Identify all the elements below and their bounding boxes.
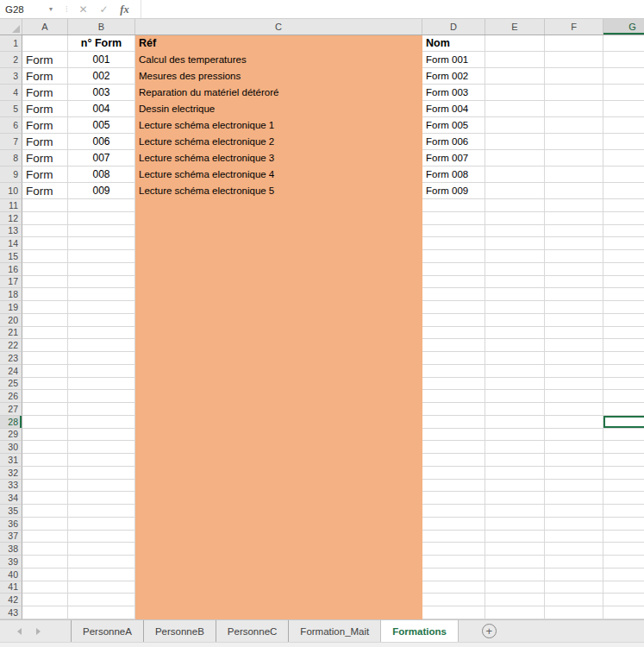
cell-F4[interactable]: [545, 85, 603, 101]
cell-A37[interactable]: [22, 531, 68, 543]
sheet-tab-formations[interactable]: Formations: [380, 620, 459, 642]
cell-F19[interactable]: [545, 301, 603, 314]
cell-E6[interactable]: [485, 117, 545, 134]
cell-F1[interactable]: [545, 35, 603, 52]
cell-B5[interactable]: 004: [68, 101, 135, 117]
row-header-5[interactable]: 5: [0, 101, 22, 117]
row-header-32[interactable]: 32: [0, 467, 22, 480]
cell-D11[interactable]: [422, 199, 485, 212]
cell-F38[interactable]: [545, 543, 603, 556]
new-sheet-button[interactable]: +: [482, 624, 497, 638]
cell-F31[interactable]: [545, 454, 603, 467]
cell-E38[interactable]: [485, 543, 545, 556]
cell-C17[interactable]: [135, 276, 422, 289]
cell-G28[interactable]: [603, 416, 644, 429]
cell-A33[interactable]: [22, 480, 68, 493]
cell-F32[interactable]: [545, 467, 603, 480]
cell-B3[interactable]: 002: [68, 68, 135, 85]
cell-E23[interactable]: [485, 352, 545, 365]
cell-G36[interactable]: [603, 518, 644, 531]
cell-G18[interactable]: [603, 288, 644, 301]
cell-B30[interactable]: [68, 441, 135, 454]
cell-D22[interactable]: [422, 339, 485, 352]
cell-D26[interactable]: [422, 390, 485, 403]
cell-A36[interactable]: [22, 518, 68, 531]
cell-F35[interactable]: [545, 505, 603, 518]
column-header-c[interactable]: C: [135, 19, 422, 35]
cell-D30[interactable]: [422, 441, 485, 454]
cell-G10[interactable]: [603, 183, 644, 199]
cell-G41[interactable]: [603, 581, 644, 594]
cell-A19[interactable]: [22, 301, 68, 314]
column-header-b[interactable]: B: [68, 19, 135, 35]
cell-G30[interactable]: [603, 441, 644, 454]
cell-F6[interactable]: [545, 117, 603, 134]
row-header-43[interactable]: 43: [0, 606, 22, 619]
cell-E27[interactable]: [485, 403, 545, 416]
cell-A2[interactable]: Form: [22, 52, 68, 68]
cell-A32[interactable]: [22, 467, 68, 480]
row-header-17[interactable]: 17: [0, 276, 22, 289]
cell-F26[interactable]: [545, 390, 603, 403]
cell-C8[interactable]: Lecture schéma electronique 3: [135, 150, 422, 166]
cell-D17[interactable]: [422, 276, 485, 289]
cell-B7[interactable]: 006: [68, 134, 135, 150]
cell-B22[interactable]: [68, 339, 135, 352]
name-box[interactable]: G28: [0, 0, 45, 18]
cell-F43[interactable]: [545, 606, 603, 619]
cell-B31[interactable]: [68, 454, 135, 467]
cell-B26[interactable]: [68, 390, 135, 403]
cell-E30[interactable]: [485, 441, 545, 454]
cell-B24[interactable]: [68, 365, 135, 378]
row-header-6[interactable]: 6: [0, 117, 22, 134]
cell-B19[interactable]: [68, 301, 135, 314]
cell-C14[interactable]: [135, 237, 422, 250]
cell-G43[interactable]: [603, 606, 644, 619]
sheet-tab-personnec[interactable]: PersonneC: [216, 620, 289, 642]
cell-F8[interactable]: [545, 150, 603, 166]
row-header-40[interactable]: 40: [0, 568, 22, 581]
cell-D28[interactable]: [422, 416, 485, 429]
cell-B15[interactable]: [68, 250, 135, 263]
cell-E19[interactable]: [485, 301, 545, 314]
cell-G12[interactable]: [603, 212, 644, 225]
cell-D25[interactable]: [422, 378, 485, 391]
row-header-4[interactable]: 4: [0, 85, 22, 101]
cell-C19[interactable]: [135, 301, 422, 314]
cell-B23[interactable]: [68, 352, 135, 365]
cell-E3[interactable]: [485, 68, 545, 85]
cell-F5[interactable]: [545, 101, 603, 117]
cell-D33[interactable]: [422, 480, 485, 493]
cell-A29[interactable]: [22, 429, 68, 442]
cell-F9[interactable]: [545, 166, 603, 183]
cell-C12[interactable]: [135, 212, 422, 225]
cell-G31[interactable]: [603, 454, 644, 467]
enter-icon[interactable]: ✓: [94, 1, 115, 18]
cell-F2[interactable]: [545, 52, 603, 68]
cell-C13[interactable]: [135, 225, 422, 238]
cell-C20[interactable]: [135, 314, 422, 327]
cell-D37[interactable]: [422, 531, 485, 543]
name-box-dropdown-icon[interactable]: ▼: [45, 6, 57, 12]
row-header-24[interactable]: 24: [0, 365, 22, 378]
cell-D42[interactable]: [422, 594, 485, 606]
cell-B12[interactable]: [68, 212, 135, 225]
cell-D41[interactable]: [422, 581, 485, 594]
cell-D6[interactable]: Form 005: [422, 117, 485, 134]
cell-A14[interactable]: [22, 237, 68, 250]
sheet-tab-personneb[interactable]: PersonneB: [143, 620, 216, 642]
row-header-9[interactable]: 9: [0, 166, 22, 183]
cell-C11[interactable]: [135, 199, 422, 212]
cell-C6[interactable]: Lecture schéma electronique 1: [135, 117, 422, 134]
cell-D31[interactable]: [422, 454, 485, 467]
row-header-27[interactable]: 27: [0, 403, 22, 416]
cell-F10[interactable]: [545, 183, 603, 199]
cell-G9[interactable]: [603, 166, 644, 183]
cell-B36[interactable]: [68, 518, 135, 531]
row-header-28[interactable]: 28: [0, 416, 22, 429]
cell-A30[interactable]: [22, 441, 68, 454]
row-header-31[interactable]: 31: [0, 454, 22, 467]
cell-A26[interactable]: [22, 390, 68, 403]
row-header-11[interactable]: 11: [0, 199, 22, 212]
cell-E7[interactable]: [485, 134, 545, 150]
